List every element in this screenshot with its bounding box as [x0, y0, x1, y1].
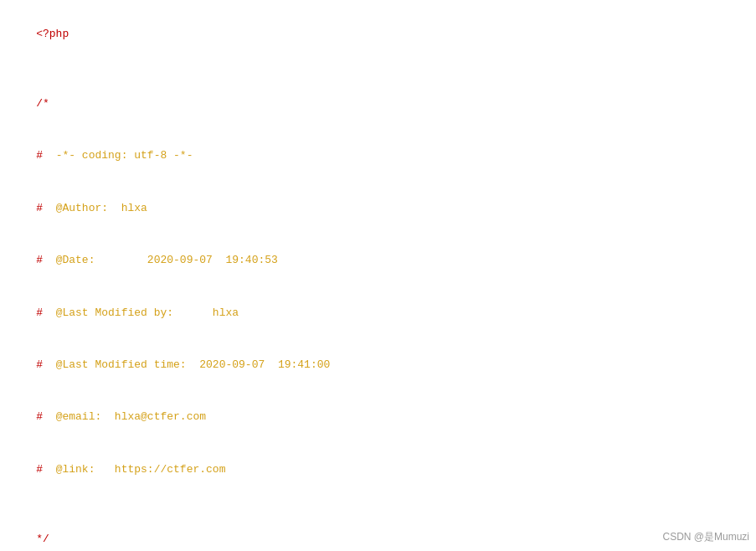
- comment-close: */: [36, 533, 49, 545]
- hash-5: #: [36, 358, 43, 371]
- blank-line-2: [10, 496, 746, 513]
- comment-text-4: @Last Modified by: hlxa: [43, 306, 239, 319]
- hash-7: #: [36, 463, 43, 476]
- comment-line-2: # @Author: hlxa: [10, 183, 746, 234]
- comment-line-6: # @email: hlxa@ctfer.com: [10, 392, 746, 444]
- comment-line-7: # @link: https://ctfer.com: [10, 444, 746, 496]
- comment-text-1: -*- coding: utf-8 -*-: [43, 149, 193, 162]
- php-tag-line: <?php: [10, 8, 746, 60]
- hash-3: #: [36, 254, 43, 266]
- comment-text-7: @link: https://ctfer.com: [43, 463, 225, 476]
- comment-close-line: */: [10, 513, 746, 551]
- comment-open: /*: [36, 97, 49, 110]
- comment-open-line: /*: [10, 78, 746, 130]
- comment-text-3: @Date: 2020-09-07 19:40:53: [43, 254, 278, 266]
- hash-1: #: [36, 149, 43, 162]
- hash-6: #: [36, 410, 43, 423]
- watermark: CSDN @是Mumuzi: [662, 530, 749, 544]
- comment-text-5: @Last Modified time: 2020-09-07 19:41:00: [43, 358, 330, 371]
- comment-line-4: # @Last Modified by: hlxa: [10, 287, 746, 339]
- code-area: <?php /* # -*- coding: utf-8 -*- # @Auth…: [0, 0, 756, 551]
- comment-line-1: # -*- coding: utf-8 -*-: [10, 131, 746, 183]
- hash-2: #: [36, 202, 43, 214]
- comment-text-2: @Author: hlxa: [43, 202, 147, 214]
- comment-text-6: @email: hlxa@ctfer.com: [43, 410, 206, 423]
- comment-line-5: # @Last Modified time: 2020-09-07 19:41:…: [10, 339, 746, 391]
- hash-4: #: [36, 306, 43, 319]
- php-tag: <?php: [36, 28, 69, 40]
- blank-line-1: [10, 60, 746, 78]
- comment-line-3: # @Date: 2020-09-07 19:40:53: [10, 234, 746, 286]
